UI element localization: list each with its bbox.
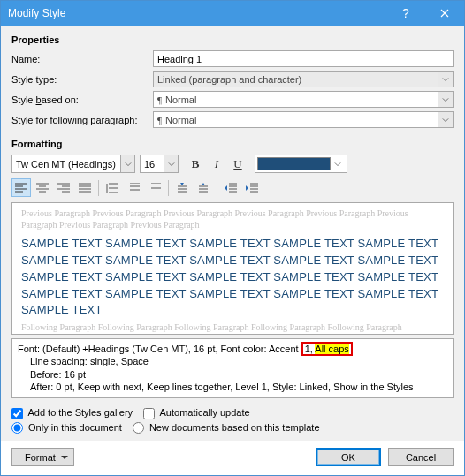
- ghost-before: Previous Paragraph Previous Paragraph Pr…: [21, 208, 444, 230]
- separator: [168, 180, 169, 196]
- style-type-label: Style type:: [11, 74, 153, 85]
- auto-update-checkbox[interactable]: Automatically update: [143, 407, 250, 419]
- cancel-button[interactable]: Cancel: [388, 448, 454, 466]
- new-docs-radio[interactable]: New documents based on this template: [133, 422, 320, 434]
- description-line: After: 0 pt, Keep with next, Keep lines …: [18, 381, 447, 393]
- chevron-down-icon[interactable]: [438, 112, 453, 127]
- following-select[interactable]: ¶ Normal: [153, 111, 454, 128]
- description-box: Font: (Default) +Headings (Tw Cen MT), 1…: [11, 338, 454, 398]
- space-before-inc-button[interactable]: [172, 178, 192, 197]
- sample-text: SAMPLE TEXT SAMPLE TEXT SAMPLE TEXT SAMP…: [21, 253, 444, 269]
- based-on-select[interactable]: ¶ Normal: [153, 91, 454, 108]
- style-type-value: Linked (paragraph and character): [157, 74, 301, 85]
- based-on-label: Style based on:: [11, 94, 153, 105]
- name-input[interactable]: [153, 50, 454, 67]
- preview-pane: Previous Paragraph Previous Paragraph Pr…: [11, 202, 454, 335]
- name-label: Name:: [11, 54, 153, 64]
- separator: [217, 180, 217, 196]
- format-button[interactable]: Format: [11, 448, 74, 466]
- italic-button[interactable]: I: [207, 155, 226, 173]
- add-gallery-checkbox[interactable]: Add to the Styles gallery: [11, 407, 133, 419]
- align-left-button[interactable]: [11, 178, 31, 197]
- decrease-indent-button[interactable]: [221, 178, 240, 197]
- window-title: Modify Style: [8, 7, 386, 19]
- increase-indent-button[interactable]: [242, 178, 262, 197]
- font-color-picker[interactable]: [255, 155, 347, 173]
- line-spacing-1-button[interactable]: [103, 178, 122, 197]
- space-before-dec-button[interactable]: [194, 178, 213, 197]
- align-right-button[interactable]: [54, 178, 73, 197]
- description-line: Line spacing: single, Space: [18, 355, 447, 367]
- chevron-down-icon[interactable]: [120, 155, 134, 172]
- chevron-down-icon[interactable]: [164, 155, 178, 172]
- close-button[interactable]: [425, 1, 464, 26]
- line-spacing-1-5-button[interactable]: [124, 178, 143, 197]
- properties-heading: Properties: [11, 34, 454, 45]
- following-value: Normal: [165, 115, 196, 125]
- sample-text: SAMPLE TEXT SAMPLE TEXT SAMPLE TEXT SAMP…: [21, 236, 444, 253]
- sample-text: SAMPLE TEXT: [21, 302, 444, 319]
- based-on-value: Normal: [165, 94, 196, 105]
- description-line: Before: 16 pt: [18, 368, 447, 381]
- pilcrow-icon: ¶: [157, 115, 162, 125]
- chevron-down-icon[interactable]: [331, 157, 345, 170]
- separator: [98, 180, 99, 196]
- underline-button[interactable]: U: [228, 155, 248, 173]
- sample-text: SAMPLE TEXT SAMPLE TEXT SAMPLE TEXT SAMP…: [21, 269, 444, 286]
- align-justify-button[interactable]: [75, 178, 95, 197]
- chevron-down-icon[interactable]: [438, 92, 453, 107]
- line-spacing-2-button[interactable]: [145, 178, 164, 197]
- help-button[interactable]: ?: [386, 1, 425, 26]
- titlebar: Modify Style ?: [1, 1, 464, 26]
- font-size-value: 16: [144, 159, 155, 170]
- chevron-down-icon: [438, 72, 453, 87]
- style-type-select: Linked (paragraph and character): [153, 71, 454, 87]
- formatting-heading: Formatting: [11, 139, 454, 149]
- bold-button[interactable]: B: [186, 155, 205, 173]
- font-name-combo[interactable]: Tw Cen MT (Headings): [11, 155, 135, 173]
- description-line: Font: (Default) +Headings (Tw Cen MT), 1…: [18, 343, 447, 355]
- color-swatch: [257, 157, 331, 170]
- following-label: Style for following paragraph:: [11, 115, 153, 125]
- only-this-doc-radio[interactable]: Only in this document: [11, 422, 122, 434]
- align-center-button[interactable]: [33, 178, 52, 197]
- ok-button[interactable]: OK: [316, 448, 381, 466]
- pilcrow-icon: ¶: [157, 94, 162, 105]
- sample-text: SAMPLE TEXT SAMPLE TEXT SAMPLE TEXT SAMP…: [21, 286, 444, 303]
- ghost-after: Following Paragraph Following Paragraph …: [21, 322, 444, 334]
- font-name-value: Tw Cen MT (Headings): [16, 159, 116, 170]
- font-size-combo[interactable]: 16: [140, 155, 179, 173]
